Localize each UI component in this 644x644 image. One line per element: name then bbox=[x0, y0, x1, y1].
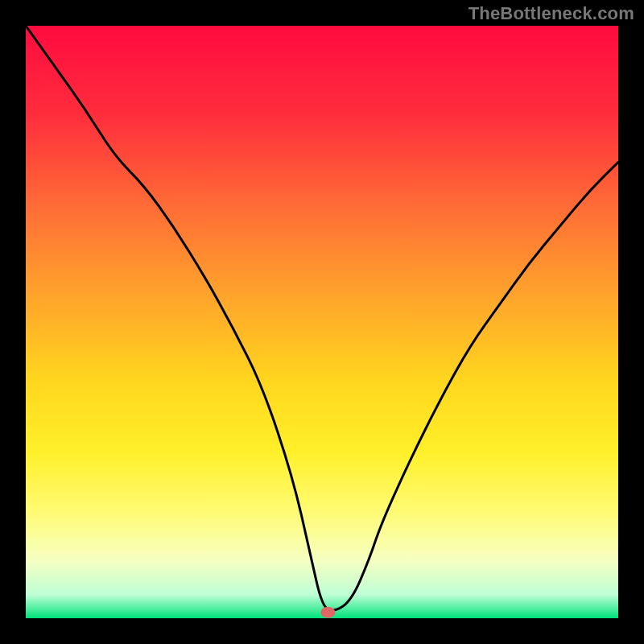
plot-area bbox=[26, 26, 618, 618]
bottleneck-chart bbox=[26, 26, 618, 618]
chart-frame: TheBottleneck.com bbox=[0, 0, 644, 644]
optimal-point-marker bbox=[320, 607, 335, 618]
gradient-background bbox=[26, 26, 618, 618]
attribution-label: TheBottleneck.com bbox=[469, 3, 634, 24]
